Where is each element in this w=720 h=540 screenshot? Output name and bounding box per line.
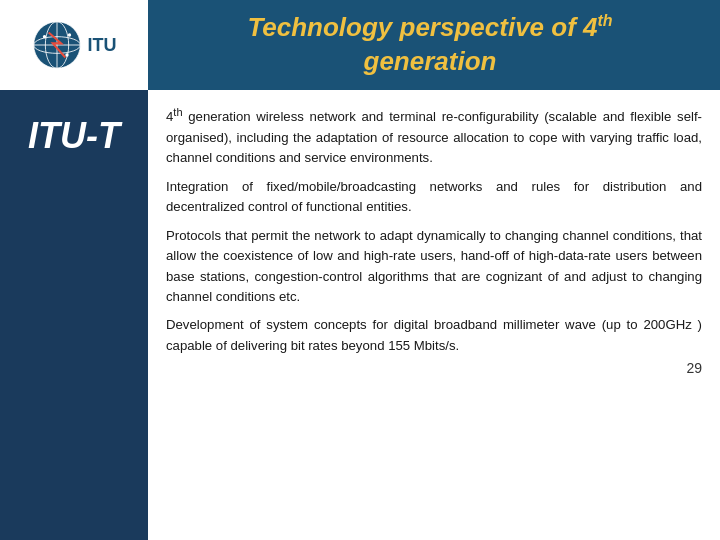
content-body: 4th generation wireless network and term… bbox=[166, 104, 702, 356]
paragraph-4: Development of system concepts for digit… bbox=[166, 315, 702, 356]
slide: ITU ITU-T Technology perspective of 4thg… bbox=[0, 0, 720, 540]
logo-area: ITU bbox=[0, 0, 148, 90]
itu-text: ITU bbox=[88, 36, 117, 54]
paragraph-2: Integration of fixed/mobile/broadcasting… bbox=[166, 177, 702, 218]
paragraph-1: 4th generation wireless network and term… bbox=[166, 104, 702, 169]
page-number: 29 bbox=[686, 360, 702, 376]
itu-logo: ITU bbox=[32, 20, 117, 70]
header-title: Technology perspective of 4thgeneration bbox=[247, 11, 612, 79]
svg-point-8 bbox=[65, 53, 68, 56]
itu-globe-icon bbox=[32, 20, 82, 70]
title-text: Technology perspective of 4thgeneration bbox=[247, 12, 612, 76]
paragraph-3: Protocols that permit the network to ada… bbox=[166, 226, 702, 308]
sidebar: ITU ITU-T bbox=[0, 0, 148, 540]
itu-t-label: ITU-T bbox=[0, 95, 148, 157]
svg-point-7 bbox=[67, 33, 70, 36]
svg-point-6 bbox=[42, 35, 45, 38]
